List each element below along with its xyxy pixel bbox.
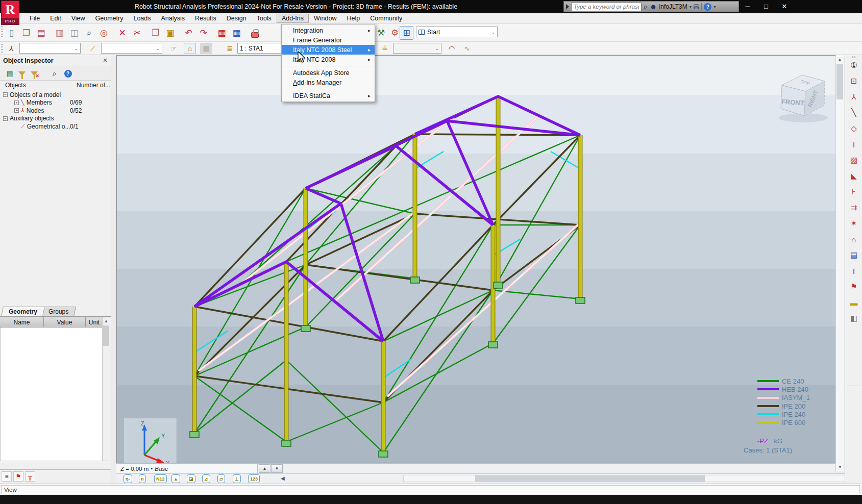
toggle-section-shape[interactable]: ▱: [217, 474, 225, 483]
menu-file[interactable]: File: [24, 14, 45, 23]
bars-icon[interactable]: ╲: [848, 107, 860, 119]
minimize-button[interactable]: ─: [739, 0, 756, 13]
view-window-icon[interactable]: ⌂: [184, 43, 196, 54]
tree-view-icon[interactable]: ≡: [2, 471, 12, 482]
expander-icon[interactable]: −: [3, 116, 8, 121]
tree-row-auxiliary-objects[interactable]: −Auxiliary objects: [0, 115, 111, 123]
menu-help[interactable]: Help: [341, 14, 365, 23]
view-display-icon[interactable]: ⊡: [848, 75, 860, 87]
section-t-icon[interactable]: ╥: [25, 471, 35, 482]
grid-column-value[interactable]: Value: [44, 317, 86, 327]
z-level-field[interactable]: Z = 0,00 m ▾ Base: [116, 464, 258, 473]
search-input[interactable]: [571, 3, 642, 11]
print-preview-icon[interactable]: ◫: [67, 26, 81, 40]
tab-groups[interactable]: Groups: [41, 307, 76, 316]
menu-window[interactable]: Window: [309, 14, 341, 23]
copy-icon[interactable]: ❐: [149, 26, 162, 40]
releases-icon[interactable]: ⊦: [848, 186, 860, 198]
help-icon[interactable]: ?: [704, 3, 711, 11]
tab-geometry[interactable]: Geometry: [1, 307, 45, 316]
addins-item-italy-ntc-2008[interactable]: Italy NTC 2008▸: [282, 55, 375, 64]
toggle-local-axes[interactable]: ⊿: [202, 474, 210, 483]
close-button[interactable]: ✕: [776, 0, 793, 13]
tables-icon[interactable]: ▤: [848, 249, 860, 261]
load-record-icon[interactable]: ≟: [379, 43, 391, 54]
pointer-select-icon[interactable]: ☞: [167, 43, 180, 54]
maximize-button[interactable]: □: [757, 0, 775, 13]
open-file-icon[interactable]: ❒: [19, 26, 33, 40]
menu-tools[interactable]: Tools: [252, 14, 277, 23]
tree-row-objects-of-a-model[interactable]: −Objects of a model: [0, 91, 111, 99]
menu-geometry[interactable]: Geometry: [90, 14, 129, 23]
load-types-icon[interactable]: ✶: [848, 217, 860, 230]
toggle-connections[interactable]: ⊥: [233, 474, 241, 483]
menu-loads[interactable]: Loads: [128, 14, 156, 23]
search-document-icon[interactable]: ⌕: [82, 26, 96, 40]
grid-column-unit[interactable]: Unit: [86, 317, 103, 327]
print-icon[interactable]: ▥: [53, 26, 66, 40]
grid-scrollbar[interactable]: ▲: [102, 317, 110, 461]
materials-icon[interactable]: ▨: [848, 154, 860, 166]
paste-icon[interactable]: ▣: [163, 26, 177, 40]
search-magnifier-icon[interactable]: ⌕: [49, 68, 60, 79]
app-store-cart-icon[interactable]: ⛁: [694, 3, 700, 10]
user-name[interactable]: infoJLT3M: [659, 3, 687, 10]
structure-mode-icon[interactable]: ◠: [446, 43, 458, 54]
design-objects-icon[interactable]: ⚒: [374, 26, 388, 40]
save-icon[interactable]: ▤: [34, 26, 48, 40]
toggle-panels[interactable]: ◪: [187, 474, 195, 483]
load-case-icon[interactable]: ≣: [224, 43, 236, 54]
lock-results-icon[interactable]: [248, 26, 262, 40]
help-icon[interactable]: ?: [62, 68, 73, 79]
bar-selection-combo[interactable]: ⌄: [101, 43, 162, 54]
z-up-button[interactable]: ▲: [259, 464, 270, 473]
addins-item-idea-statica[interactable]: IDEA StatiCa▸: [282, 91, 375, 100]
search-binoculars-icon[interactable]: ⌕: [644, 3, 648, 10]
layout-combo[interactable]: Start ⌄: [416, 27, 498, 37]
filter-icon[interactable]: [16, 68, 28, 79]
menu-view[interactable]: View: [66, 14, 90, 23]
structure-generator-icon[interactable]: ⌂: [848, 233, 860, 245]
addins-item-autodesk-app-store[interactable]: Autodesk App Store: [282, 68, 375, 78]
toggle-supports[interactable]: ▲: [171, 474, 180, 483]
sections-icon[interactable]: I: [848, 138, 860, 150]
scroll-left-icon[interactable]: ◀: [281, 475, 285, 481]
addins-item-integration[interactable]: Integration▸: [282, 26, 375, 35]
delete-icon[interactable]: ✕: [115, 26, 129, 40]
solid-bar-icon[interactable]: ▬: [848, 296, 860, 309]
menu-analysis[interactable]: Analysis: [156, 14, 190, 23]
steel-connection-icon[interactable]: ◧: [848, 312, 860, 324]
menu-results[interactable]: Results: [190, 14, 221, 23]
filter-delete-icon[interactable]: ✕: [29, 68, 40, 79]
tree-row-geometrical-o-[interactable]: ⟋Geometrical o...0/1: [0, 122, 111, 131]
node-selection-combo[interactable]: ⌄: [19, 43, 81, 54]
viewport-vscrollbar[interactable]: ▲ ▼: [835, 55, 844, 471]
grid-column-name[interactable]: Name: [0, 317, 44, 327]
toolbar-grip[interactable]: [1, 44, 3, 53]
viewport-hscrollbar[interactable]: [403, 475, 862, 482]
supports-icon[interactable]: ◣: [848, 170, 860, 182]
inspector-list-icon[interactable]: ▤: [4, 68, 15, 79]
undo-icon[interactable]: ↶: [182, 26, 195, 40]
z-down-button[interactable]: ▼: [271, 464, 283, 473]
addins-item-add-ins-manager[interactable]: Add-ins Manager: [282, 78, 375, 87]
brackets-icon[interactable]: ⚑: [848, 281, 860, 293]
nodes-icon[interactable]: ⅄: [848, 91, 860, 103]
mode-combo[interactable]: ⌄: [393, 43, 441, 54]
tree-row-members[interactable]: +╲Members0/69: [0, 99, 111, 107]
grid-body[interactable]: [0, 327, 103, 461]
load-case-combo[interactable]: 1 : STA1: [237, 43, 288, 54]
addins-item-frame-generator[interactable]: Frame Generator: [282, 35, 375, 45]
bar-selection-icon[interactable]: ⟋: [87, 43, 99, 54]
redo-icon[interactable]: ↷: [196, 26, 210, 40]
section-shape-3d-icon[interactable]: I: [848, 265, 860, 277]
tree-row-nodes[interactable]: +⅄Nodes0/52: [0, 107, 111, 115]
menu-add-ins[interactable]: Add-Ins: [277, 14, 309, 23]
node-selection-icon[interactable]: ⅄: [5, 43, 17, 54]
menu-community[interactable]: Community: [365, 14, 407, 23]
menu-edit[interactable]: Edit: [45, 14, 66, 23]
menu-design[interactable]: Design: [221, 14, 252, 23]
screen-capture-icon[interactable]: ◎: [97, 26, 111, 40]
layout-manager-icon[interactable]: ⊞: [400, 26, 413, 40]
help-caret-icon[interactable]: ▾: [713, 5, 716, 9]
